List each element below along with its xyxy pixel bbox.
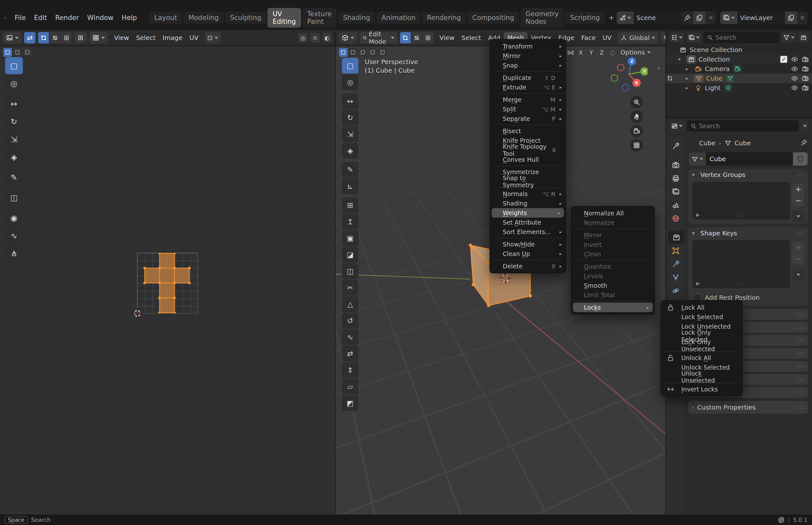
uv-2d-cursor[interactable] (132, 308, 143, 319)
menu-item-quantize[interactable]: Quantize (571, 262, 655, 271)
eye-icon[interactable] (791, 65, 798, 72)
menu-item-invert[interactable]: Invert (571, 240, 655, 249)
tool-smooth[interactable]: ∿ (342, 329, 358, 345)
menu-item-snap[interactable]: Snap▸ (490, 61, 566, 70)
mirror-z-toggle[interactable]: Z (597, 48, 606, 57)
topbar-menu-edit[interactable]: Edit (30, 12, 51, 24)
uv-overlays-button[interactable]: ◐ (322, 33, 332, 43)
menu-item-unlock-unselected[interactable]: Unlock Unselected (661, 372, 742, 381)
uv-select-vertex-button[interactable] (38, 32, 49, 43)
add-workspace-button[interactable]: + (606, 12, 617, 24)
vertex-group-remove-button[interactable]: − (792, 195, 805, 206)
outliner-filter-type-button[interactable] (687, 32, 702, 43)
outliner-search-input[interactable]: Search (704, 32, 779, 43)
select-mode-0[interactable] (339, 48, 348, 57)
tool-move[interactable]: ↔ (342, 93, 358, 109)
eye-icon[interactable] (791, 56, 798, 63)
expander-icon[interactable]: ▸ (686, 75, 694, 81)
properties-tab-particles[interactable] (668, 271, 683, 284)
grip-icon[interactable]: ∷∷ (797, 377, 805, 382)
menu-item-levels[interactable]: Levels (571, 271, 655, 281)
menu-item-clean-up[interactable]: Clean Up▸ (490, 249, 566, 258)
menu-item-invert-locks[interactable]: Invert Locks (661, 385, 742, 394)
transform-orientation-button[interactable]: Global (618, 32, 658, 43)
uv-snap-toggle-button[interactable]: ∩ (310, 33, 320, 43)
menu-item-lock-only-unselected[interactable]: Lock Only Unselected (661, 341, 742, 350)
menu-item-clean[interactable]: Clean (571, 249, 655, 259)
tool-extrude-region[interactable]: ↥ (342, 214, 358, 230)
topbar-menu-help[interactable]: Help (118, 12, 141, 24)
grip-icon[interactable]: ∷∷ (797, 363, 805, 370)
tool-move[interactable]: ↔ (5, 95, 23, 112)
menu-item-snap-to-symmetry[interactable]: Snap to Symmetry (490, 177, 566, 186)
shape-key-add-button[interactable]: + (792, 242, 805, 253)
select-mode-edge-button[interactable] (411, 32, 422, 43)
workspace-tab-modeling[interactable]: Modeling (183, 12, 224, 24)
camera-visibility-icon[interactable] (802, 85, 809, 91)
viewport-camera-view-button[interactable] (630, 125, 643, 137)
mesh-name-input[interactable]: Cube (706, 152, 793, 166)
uv-pivot-button[interactable]: ⊡ (205, 32, 221, 43)
outliner-row-scene-collection[interactable]: Scene Collection (666, 45, 812, 55)
scene-unlink-button[interactable]: ✕ (705, 11, 716, 24)
tool-add-cube[interactable]: ⊞ (342, 197, 358, 213)
properties-tab-tool[interactable] (668, 139, 683, 152)
view-layer-remove-button[interactable]: ✕ (797, 11, 808, 24)
properties-tab-scene[interactable] (668, 199, 683, 211)
viewport-zoom-button[interactable] (630, 96, 643, 108)
workspace-tab-texture-paint[interactable]: Texture Paint (302, 8, 337, 28)
camera-visibility-icon[interactable] (802, 75, 809, 82)
expander-icon[interactable]: ▸ (686, 66, 694, 72)
new-collection-button[interactable] (798, 32, 809, 43)
menu-item-sort-elements[interactable]: Sort Elements...▸ (490, 227, 566, 237)
tool-bevel[interactable]: ◪ (342, 247, 358, 262)
properties-tab-modifiers[interactable] (668, 258, 683, 270)
shape-key-remove-button[interactable]: − (792, 253, 805, 265)
collection-checkbox[interactable]: ✓ (780, 56, 787, 63)
workspace-tab-compositing[interactable]: Compositing (467, 12, 519, 24)
camera-visibility-icon[interactable] (802, 56, 809, 63)
workspace-tab-shading[interactable]: Shading (338, 12, 375, 24)
menu-item-convex-hull[interactable]: Convex Hull (490, 155, 566, 164)
uv-sync-selection-toggle[interactable]: ⇄ (24, 32, 35, 43)
outliner-row-cube[interactable]: ▸Cube (666, 74, 812, 83)
uv-sticky-selection-button[interactable] (74, 32, 87, 43)
eye-icon[interactable] (791, 75, 798, 82)
topbar-menu-file[interactable]: File (11, 12, 30, 24)
uv-unwrap-cross[interactable] (137, 253, 198, 313)
outliner-row-camera[interactable]: ▸Camera (666, 64, 812, 74)
properties-search-input[interactable]: Search (687, 121, 799, 131)
scene-type-button[interactable] (617, 11, 634, 24)
tool-cursor-2d[interactable]: ◎ (5, 75, 23, 92)
menu-item-set-attribute[interactable]: Set Attribute (490, 217, 566, 227)
menu-item-show-hide[interactable]: Show/Hide▸ (490, 240, 566, 249)
snap-target-button[interactable]: ↻ (661, 32, 666, 43)
tool-shear[interactable]: ▱ (342, 379, 358, 395)
uv-snap-menu-button[interactable] (89, 32, 108, 43)
view-layer-new-button[interactable] (785, 11, 797, 24)
menu-item-delete[interactable]: DeleteX▸ (490, 261, 566, 271)
menu-item-knife-topology-tool[interactable]: Knife Topology ToolK (490, 145, 566, 155)
vertex-group-specials-button[interactable] (792, 211, 805, 222)
properties-tab-object[interactable] (668, 244, 683, 257)
properties-options-button[interactable] (801, 121, 809, 131)
workspace-tab-animation[interactable]: Animation (376, 12, 421, 24)
shape-keys-list[interactable]: ▶ ∷∷ (693, 240, 790, 288)
menu-uv[interactable]: UV (599, 32, 615, 43)
scene-name-field[interactable]: Scene (634, 11, 681, 24)
select-mode-3[interactable] (368, 48, 377, 57)
topbar-menu-window[interactable]: Window (83, 12, 118, 24)
uv-select-mode-0[interactable] (3, 48, 12, 57)
uv-canvas[interactable]: ▢◎↔↻⇲◈✎◫◉∿⋔ (0, 46, 335, 514)
select-mode-face-button[interactable] (423, 32, 434, 43)
outliner-row-light[interactable]: ▸Light (666, 83, 812, 93)
menu-item-merge[interactable]: MergeM▸ (490, 95, 566, 104)
tool-scale[interactable]: ⇲ (342, 126, 358, 142)
view-layer-name-field[interactable]: ViewLayer (737, 11, 785, 24)
tool-spin[interactable]: ↺ (342, 313, 358, 329)
menu-item-normalize[interactable]: Normalize (571, 218, 655, 227)
tool-select-box[interactable]: ▢ (5, 57, 23, 74)
vertex-groups-list[interactable]: ▶ ∷∷ (693, 182, 790, 220)
properties-tab-output[interactable] (668, 172, 683, 185)
grip-icon[interactable]: ∷∷ (797, 390, 805, 395)
